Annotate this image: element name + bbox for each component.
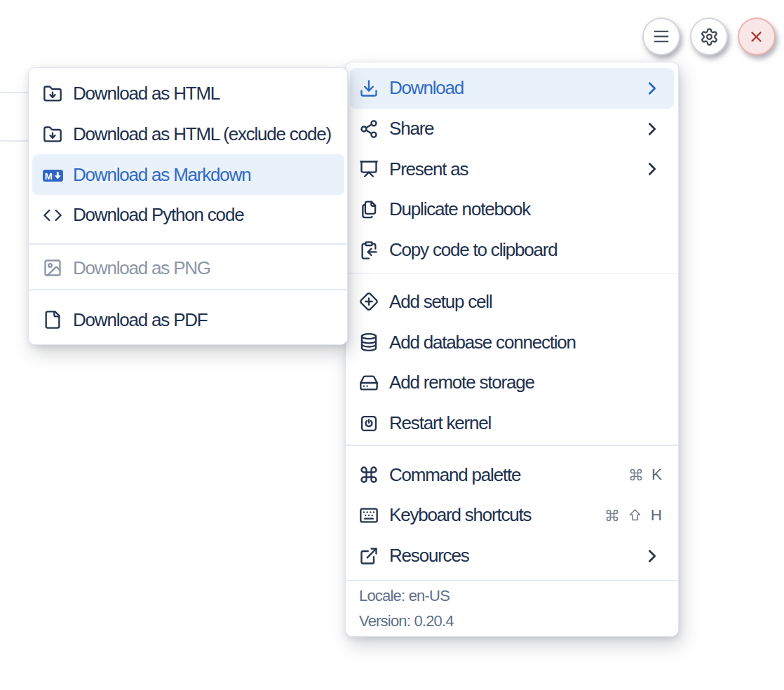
svg-text:M: M [45,171,53,182]
